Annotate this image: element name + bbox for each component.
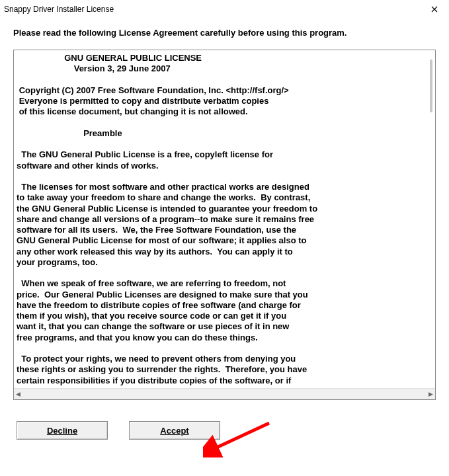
dialog-content: Please read the following License Agreem… (0, 19, 449, 440)
decline-button[interactable]: Decline (17, 421, 108, 440)
horizontal-scrollbar[interactable]: ◀ ▶ (14, 388, 435, 399)
license-textbox[interactable]: GNU GENERAL PUBLIC LICENSE Version 3, 29… (13, 50, 436, 400)
vertical-scrollbar[interactable] (430, 60, 432, 112)
instruction-text: Please read the following License Agreem… (13, 28, 436, 38)
titlebar: Snappy Driver Installer License (0, 0, 449, 19)
scroll-right-icon: ▶ (429, 391, 433, 397)
window-title: Snappy Driver Installer License (4, 5, 114, 14)
accept-button[interactable]: Accept (129, 421, 220, 440)
scroll-left-icon: ◀ (16, 391, 20, 397)
close-button[interactable] (419, 0, 449, 19)
button-row: Decline Accept (13, 421, 436, 440)
close-icon (431, 4, 438, 15)
license-text: GNU GENERAL PUBLIC LICENSE Version 3, 29… (14, 50, 435, 389)
